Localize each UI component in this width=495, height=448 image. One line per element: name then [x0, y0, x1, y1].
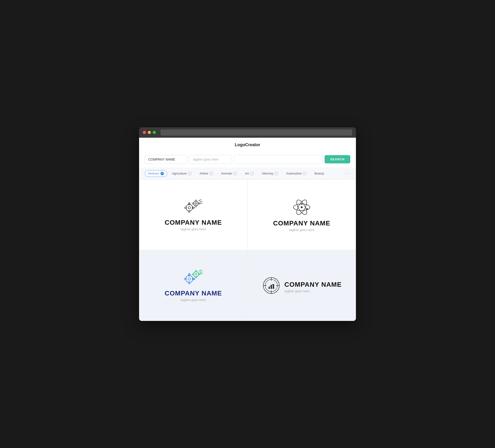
category-bar: Abstract ✓ Agriculture ✓ Airline ✓ Anima… [139, 168, 356, 180]
chart-target-icon [262, 276, 281, 295]
browser-window: LogoCreator SEARCH Abstract ✓ Agricultur… [139, 127, 356, 321]
category-beauty[interactable]: Beauty [311, 170, 327, 177]
category-label: Attorney [262, 172, 273, 175]
titlebar [139, 127, 356, 138]
category-label: Airline [200, 172, 208, 175]
logo-card-4[interactable]: COMPANY NAME tagline goes here [248, 250, 356, 321]
category-abstract[interactable]: Abstract ✓ [145, 170, 167, 177]
address-bar[interactable] [161, 129, 352, 136]
tagline-2: tagline goes here [289, 228, 314, 232]
category-attorney[interactable]: Attorney ✓ [259, 170, 281, 177]
svg-rect-48 [273, 284, 274, 289]
svg-line-37 [199, 270, 202, 271]
svg-rect-35 [192, 274, 194, 275]
category-automotive[interactable]: Automotive ✓ [283, 170, 309, 177]
company-name-input[interactable] [145, 155, 187, 164]
category-label: Automotive [286, 172, 302, 175]
check-icon: ✓ [303, 172, 306, 175]
category-label: Art [245, 172, 249, 175]
maximize-button[interactable] [153, 131, 156, 134]
svg-point-32 [195, 273, 197, 275]
category-label: Animals [221, 172, 232, 175]
svg-rect-33 [196, 270, 197, 272]
minimize-button[interactable] [148, 131, 151, 134]
check-icon: ✓ [160, 172, 164, 175]
category-label: Agriculture [172, 172, 187, 175]
keyword-input[interactable] [234, 155, 322, 164]
check-icon: ✓ [274, 172, 278, 175]
logo4-text-block: COMPANY NAME tagline goes here [285, 278, 342, 293]
logo-card-1[interactable]: COMPANY NAME tagline goes here [139, 180, 248, 250]
svg-rect-46 [268, 287, 270, 289]
check-icon: ✓ [233, 172, 237, 175]
tagline-3: tagline goes here [180, 298, 206, 302]
svg-point-21 [301, 203, 302, 205]
svg-point-9 [195, 203, 197, 204]
svg-point-22 [306, 208, 308, 210]
category-label: Abstract [148, 172, 159, 175]
svg-line-15 [200, 202, 202, 202]
category-agriculture[interactable]: Agriculture ✓ [169, 170, 195, 177]
tagline-1: tagline goes here [180, 227, 206, 231]
svg-rect-34 [196, 277, 197, 278]
svg-point-0 [186, 204, 192, 211]
app-header: LogoCreator [139, 138, 356, 151]
check-icon: ✓ [250, 172, 254, 175]
company-name-3: COMPANY NAME [165, 290, 222, 297]
svg-point-31 [193, 272, 199, 277]
category-animals[interactable]: Animals ✓ [218, 170, 240, 177]
search-bar: SEARCH [139, 151, 356, 168]
company-name-1: COMPANY NAME [165, 219, 222, 226]
app-title: LogoCreator [235, 142, 260, 147]
app-content: LogoCreator SEARCH Abstract ✓ Agricultur… [139, 138, 356, 321]
svg-line-38 [200, 272, 203, 272]
logo-card-2[interactable]: COMPANY NAME tagline goes here [248, 180, 356, 250]
company-name-4: COMPANY NAME [285, 281, 342, 288]
category-art[interactable]: Art ✓ [242, 170, 257, 177]
svg-line-14 [199, 200, 201, 201]
svg-point-24 [188, 278, 191, 280]
check-icon: ✓ [188, 172, 192, 175]
category-label: Beauty [315, 172, 324, 175]
close-button[interactable] [143, 131, 146, 134]
svg-point-20 [301, 206, 303, 208]
gears-outline-icon [183, 198, 204, 216]
svg-point-8 [193, 201, 198, 206]
gears-color-icon [183, 269, 204, 287]
atom-outline-icon [292, 198, 311, 217]
tagline-input[interactable] [190, 155, 232, 164]
category-airline[interactable]: Airline ✓ [197, 170, 216, 177]
company-name-2: COMPANY NAME [273, 220, 330, 227]
tagline-4: tagline goes here [285, 289, 342, 293]
next-categories-button[interactable]: → [344, 170, 350, 177]
logo-grid: COMPANY NAME tagline goes here COMPANY N… [139, 180, 356, 321]
check-icon: ✓ [209, 172, 213, 175]
svg-point-23 [186, 275, 193, 282]
svg-point-1 [188, 207, 191, 209]
logo-card-3[interactable]: COMPANY NAME tagline goes here [139, 250, 248, 321]
search-button[interactable]: SEARCH [325, 155, 350, 163]
